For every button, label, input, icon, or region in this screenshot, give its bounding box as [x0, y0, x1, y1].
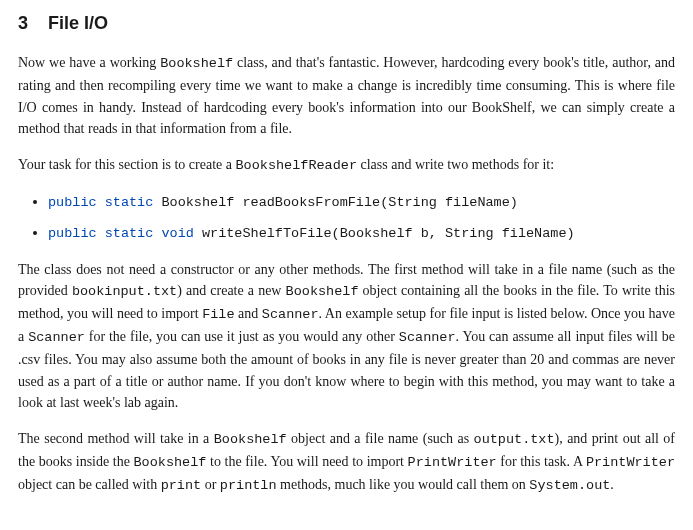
section-title: File I/O [48, 13, 108, 33]
keyword-public: public [48, 195, 97, 210]
code-bookshelf: Bookshelf [214, 432, 287, 447]
text: . [610, 477, 614, 492]
paragraph-method2: The second method will take in a Bookshe… [18, 428, 675, 497]
code-bookinput: bookinput.txt [72, 284, 177, 299]
code-println: println [220, 478, 277, 493]
code-bookshelf: Bookshelf [160, 56, 233, 71]
list-item: public static Bookshelf readBooksFromFil… [48, 191, 675, 214]
code-output: output.txt [474, 432, 555, 447]
keyword-public: public [48, 226, 97, 241]
text: object and a file name (such as [287, 431, 474, 446]
list-item: public static void writeShelfToFile(Book… [48, 222, 675, 245]
text: The second method will take in a [18, 431, 214, 446]
keyword-static: static [105, 195, 154, 210]
text: methods, much like you would call them o… [277, 477, 530, 492]
code-printwriter: PrintWriter [586, 455, 675, 470]
text: to the file. You will need to import [206, 454, 407, 469]
text: and [235, 306, 262, 321]
code-scanner: Scanner [28, 330, 85, 345]
code-scanner: Scanner [399, 330, 456, 345]
text: object can be called with [18, 477, 161, 492]
text: or [201, 477, 220, 492]
code-scanner: Scanner [262, 307, 319, 322]
section-number: 3 [18, 13, 28, 33]
text: Your task for this section is to create … [18, 157, 235, 172]
section-heading: 3File I/O [18, 10, 675, 38]
text: Now we have a working [18, 55, 160, 70]
keyword-static: static [105, 226, 154, 241]
paragraph-task: Your task for this section is to create … [18, 154, 675, 177]
method-signature-2: public static void writeShelfToFile(Book… [48, 226, 575, 241]
text: for this task. A [497, 454, 586, 469]
text: for the file, you can use it just as you… [85, 329, 399, 344]
keyword-void: void [161, 226, 193, 241]
code-systemout: System.out [529, 478, 610, 493]
code-file: File [202, 307, 234, 322]
code-bookshelf: Bookshelf [286, 284, 359, 299]
method-signature-1: public static Bookshelf readBooksFromFil… [48, 195, 518, 210]
paragraph-intro: Now we have a working Bookshelf class, a… [18, 52, 675, 140]
code-printwriter: PrintWriter [408, 455, 497, 470]
text: class and write two methods for it: [357, 157, 554, 172]
text: ) and create a new [177, 283, 285, 298]
code-bookshelfreader: BookshelfReader [235, 158, 357, 173]
code-print: print [161, 478, 202, 493]
paragraph-method1: The class does not need a constructor or… [18, 259, 675, 415]
method-rest: writeShelfToFile(Bookshelf b, String fil… [202, 226, 575, 241]
method-rest: Bookshelf readBooksFromFile(String fileN… [161, 195, 517, 210]
method-list: public static Bookshelf readBooksFromFil… [48, 191, 675, 245]
code-bookshelf: Bookshelf [134, 455, 207, 470]
